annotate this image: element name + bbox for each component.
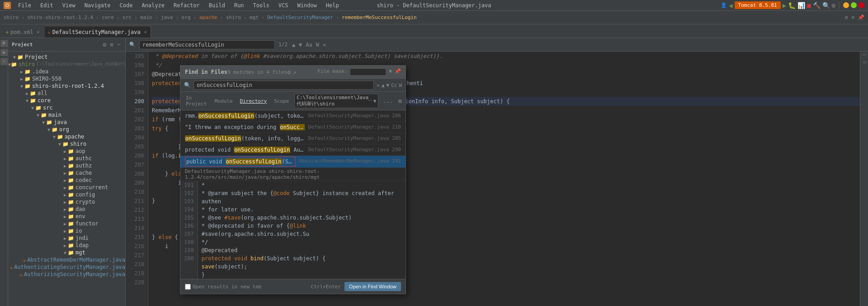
sidebar-settings-icon[interactable]: ⚙	[102, 40, 108, 49]
search-input-wrapper[interactable]	[139, 40, 275, 49]
tree-org[interactable]: ▼ 📁 org	[8, 126, 125, 133]
pin-dialog-icon[interactable]: 📌	[395, 68, 401, 76]
restore-button[interactable]	[851, 2, 857, 8]
tree-core[interactable]: ▼ 📁 core	[8, 97, 125, 104]
scope-tab-inproject[interactable]: In Project	[184, 94, 209, 108]
menu-build[interactable]: Build	[207, 1, 227, 10]
match-case-icon[interactable]: Aa	[305, 41, 313, 49]
tree-config[interactable]: ▶ 📁 config	[8, 191, 125, 198]
scope-grid-icon[interactable]: ⊞	[398, 98, 402, 105]
find-result-5[interactable]: public void onSuccessfulLogin(Subject su…	[180, 156, 406, 168]
tree-main[interactable]: ▼ 📁 main	[8, 111, 125, 119]
settings-icon[interactable]: ⚙	[845, 14, 848, 20]
find-maximize-icon[interactable]: ↗	[292, 69, 296, 76]
scope-path-dropdown[interactable]: ▼	[373, 98, 377, 104]
tree-aop[interactable]: ▶ 📁 aop	[8, 148, 125, 155]
run-btn[interactable]: ▶	[783, 2, 786, 9]
bookmark-icon[interactable]: B	[862, 61, 867, 63]
tree-mgt[interactable]: ▼ 📁 mgt	[8, 249, 125, 256]
whole-word-icon[interactable]: W	[315, 41, 320, 49]
nav-next-icon[interactable]: ▼	[298, 41, 303, 49]
tree-ldap[interactable]: ▶ 📁 ldap	[8, 242, 125, 249]
file-mask-input[interactable]	[350, 68, 386, 76]
tree-shiro550[interactable]: ▶ 📁 SHIRO-550	[8, 75, 125, 82]
menu-view[interactable]: View	[61, 1, 77, 10]
find-whole-word-icon[interactable]: W	[399, 82, 402, 88]
close-search-icon[interactable]: ✕	[322, 41, 327, 49]
tree-env[interactable]: ▶ 📁 env	[8, 213, 125, 220]
menu-help[interactable]: Help	[324, 1, 341, 10]
scope-tab-directory[interactable]: Directory	[238, 97, 269, 105]
activity-git[interactable]: ⑂	[0, 58, 8, 65]
sidebar-pin-icon[interactable]: −	[116, 40, 122, 49]
structure-icon[interactable]: S	[862, 53, 867, 56]
find-filter-icon[interactable]: ⚙	[287, 69, 291, 76]
find-result-4[interactable]: protected void onSuccessfulLogin Authent…	[180, 144, 406, 156]
tree-io[interactable]: ▶ 📁 io	[8, 227, 125, 234]
find-prev-icon[interactable]: ▲	[382, 82, 385, 88]
profile-btn[interactable]: 📊	[797, 2, 805, 9]
tree-abstract-remember[interactable]: ☕ AbstractRememberMeManager.java	[8, 256, 125, 263]
menu-file[interactable]: File	[16, 1, 33, 10]
debug-btn[interactable]: 🐛	[788, 2, 796, 9]
menu-edit[interactable]: Edit	[38, 1, 55, 10]
nav-prev-icon[interactable]: ▲	[291, 41, 296, 49]
menu-navigate[interactable]: Navigate	[83, 1, 113, 10]
pin-icon[interactable]: 📌	[858, 14, 864, 20]
close-button[interactable]	[859, 2, 864, 8]
open-new-tab-checkbox-label[interactable]: Open results in new tab	[185, 284, 261, 290]
tree-shiro-root-expanded[interactable]: ▼ 📁 shiro-shiro-root-1.2.4	[8, 82, 125, 90]
minimize-button[interactable]	[843, 2, 849, 8]
tree-authenticating-security[interactable]: ☕ AuthenticatingSecurityManager.java	[8, 263, 125, 271]
tree-apache[interactable]: ▼ 📁 apache	[8, 133, 125, 140]
tree-authz[interactable]: ▶ 📁 authz	[8, 162, 125, 169]
tree-src[interactable]: ▼ 📁 src	[8, 104, 125, 111]
tree-codec[interactable]: ▶ 📁 codec	[8, 177, 125, 184]
find-search-input[interactable]	[197, 82, 371, 88]
find-next-icon[interactable]: ▼	[387, 82, 390, 88]
tab-pom-close[interactable]: ✕	[37, 29, 40, 34]
find-search-input-wrap[interactable]	[193, 81, 374, 90]
stop-btn[interactable]: ■	[807, 2, 811, 9]
activity-project[interactable]: P	[0, 40, 8, 47]
tree-crypto[interactable]: ▶ 📁 crypto	[8, 198, 125, 206]
activity-structure[interactable]: ≡	[0, 49, 8, 56]
tree-shiro-root[interactable]: ▼ 📁 shiro C:\Tools\enviroment\Java_代码审计\…	[8, 61, 125, 68]
filter-icon[interactable]: ▼	[389, 68, 392, 76]
tab-pom[interactable]: ◈ pom.xml ✕	[2, 26, 44, 38]
find-result-3[interactable]: onSuccessfulLogin(token, info, loggedIn)…	[180, 133, 406, 144]
tree-java[interactable]: ▼ 📁 java	[8, 119, 125, 126]
nav-back[interactable]: ◀	[729, 2, 732, 9]
menu-window[interactable]: Window	[295, 1, 318, 10]
menu-tools[interactable]: Tools	[251, 1, 271, 10]
search-everywhere-btn[interactable]: 🔍	[822, 2, 830, 9]
build-btn[interactable]: 🔨	[813, 2, 821, 9]
layout-icon[interactable]: ≡	[851, 14, 854, 20]
tree-authorizing-security[interactable]: ☕ AuthorizingSecurityManager.java	[8, 271, 125, 278]
menu-run[interactable]: Run	[232, 1, 246, 10]
search-input[interactable]	[142, 42, 272, 48]
tree-functor[interactable]: ▶ 📁 functor	[8, 220, 125, 227]
tree-idea[interactable]: ▶ 📁 .idea	[8, 68, 125, 75]
sidebar-layout-icon[interactable]: ≡	[109, 40, 114, 49]
tree-project[interactable]: ▼ 📁 Project	[8, 53, 125, 61]
tree-concurrent[interactable]: ▶ 📁 concurrent	[8, 184, 125, 191]
tree-all[interactable]: ▶ 📁 all	[8, 90, 125, 97]
scope-tab-scope[interactable]: Scope	[272, 97, 291, 105]
tree-jndi[interactable]: ▶ 📁 jndi	[8, 234, 125, 242]
menu-analyze[interactable]: Analyze	[140, 1, 166, 10]
tree-authc[interactable]: ▶ 📁 authc	[8, 155, 125, 162]
tab-defaultsecurity[interactable]: ☕ DefaultSecurityManager.java ✕	[44, 26, 151, 38]
tree-shiro-pkg[interactable]: ▼ 📁 shiro	[8, 140, 125, 148]
find-result-2[interactable]: "I threw an exception during onSuccessfu…	[180, 122, 406, 133]
tree-cache[interactable]: ▶ 📁 cache	[8, 169, 125, 177]
find-match-case-icon[interactable]: Cc	[391, 82, 397, 88]
find-result-1[interactable]: rmm.onSuccessfulLogin(subject, token, in…	[180, 110, 406, 122]
settings-btn[interactable]: ⚙	[832, 2, 835, 9]
open-in-find-window-button[interactable]: Open in Find Window	[344, 282, 401, 291]
tree-dao[interactable]: ▶ 📁 dao	[8, 206, 125, 213]
menu-code[interactable]: Code	[118, 1, 135, 10]
menu-refactor[interactable]: Refactor	[172, 1, 202, 10]
open-new-tab-checkbox[interactable]	[185, 284, 191, 290]
scope-browse-btn[interactable]: ...	[383, 98, 393, 104]
